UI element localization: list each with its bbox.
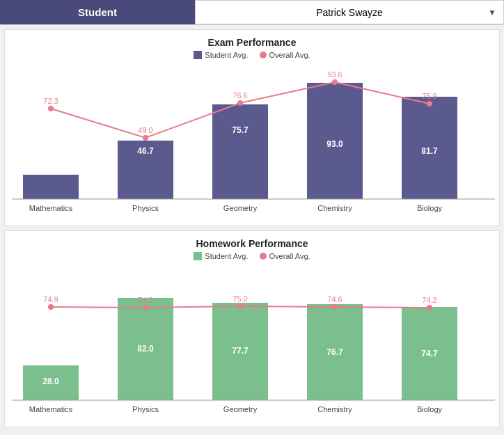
hw-overall-legend-dot <box>260 253 267 260</box>
hw-dot-geometry <box>237 303 243 309</box>
exam-performance-chart: Exam Performance Student Avg. Overall Av… <box>4 29 500 226</box>
hw-overall-chemistry: 74.6 <box>327 295 342 303</box>
hw-dot-biology <box>427 305 432 310</box>
hw-chart-area: 28.0 82.0 77.7 76.7 74.7 <box>12 264 492 425</box>
exam-student-legend-label: Student Avg. <box>205 51 248 59</box>
exam-chart-svg: 19.3 46.7 75.7 93.0 81.7 <box>12 63 495 223</box>
hw-val-chemistry: 76.7 <box>326 347 343 357</box>
hw-val-biology: 74.7 <box>421 349 438 358</box>
exam-bar-geometry <box>212 104 268 199</box>
exam-subject-geometry: Geometry <box>223 204 258 212</box>
hw-dot-chemistry <box>332 304 338 310</box>
exam-subject-math: Mathematics <box>29 204 73 212</box>
hw-student-legend: Student Avg. <box>194 252 248 260</box>
hw-subject-biology: Biology <box>417 405 443 413</box>
exam-val-geometry: 75.7 <box>232 125 249 135</box>
hw-chart-svg: 28.0 82.0 77.7 76.7 74.7 <box>12 264 495 425</box>
hw-chart-title: Homework Performance <box>12 238 492 249</box>
exam-chart-legend: Student Avg. Overall Avg. <box>12 51 492 59</box>
hw-overall-geometry: 75.0 <box>233 294 247 303</box>
hw-val-physics: 82.0 <box>137 344 154 354</box>
exam-subject-physics: Physics <box>132 204 159 212</box>
exam-val-biology: 81.7 <box>421 146 438 156</box>
header: Student Patrick Swayze ▼ <box>0 0 504 25</box>
hw-chart-legend: Student Avg. Overall Avg. <box>12 252 492 260</box>
exam-overall-chemistry: 93.6 <box>327 70 342 79</box>
hw-student-legend-label: Student Avg. <box>205 252 248 260</box>
exam-overall-geometry: 76.6 <box>233 91 247 100</box>
exam-chart-title: Exam Performance <box>12 37 492 48</box>
hw-subject-physics: Physics <box>132 405 159 413</box>
exam-student-legend: Student Avg. <box>194 51 248 59</box>
exam-subject-biology: Biology <box>417 204 443 212</box>
exam-overall-physics: 49.0 <box>138 126 152 134</box>
exam-val-math: 19.3 <box>42 164 59 173</box>
exam-overall-legend: Overall Avg. <box>260 51 310 59</box>
hw-val-math: 28.0 <box>42 377 59 386</box>
exam-chart-area: 19.3 46.7 75.7 93.0 81.7 <box>12 63 492 223</box>
hw-subject-geometry: Geometry <box>223 405 258 413</box>
exam-overall-math: 72.3 <box>43 97 58 105</box>
exam-bar-math-static <box>23 175 79 199</box>
hw-overall-legend-label: Overall Avg. <box>269 252 310 260</box>
exam-overall-biology: 75.9 <box>422 92 436 100</box>
exam-dot-math <box>48 106 54 111</box>
hw-subject-chemistry: Chemistry <box>317 405 352 413</box>
hw-student-legend-box <box>194 252 202 260</box>
exam-val-chemistry: 93.0 <box>326 139 343 149</box>
exam-dot-chemistry <box>332 79 338 85</box>
exam-overall-legend-label: Overall Avg. <box>269 51 310 59</box>
student-select-wrap[interactable]: Patrick Swayze ▼ <box>195 0 504 24</box>
hw-dot-math <box>48 304 54 310</box>
hw-overall-biology: 74.2 <box>422 296 436 304</box>
hw-overall-math: 74.9 <box>43 295 58 303</box>
student-label: Student <box>0 0 195 24</box>
exam-overall-legend-dot <box>260 52 267 58</box>
homework-performance-chart: Homework Performance Student Avg. Overal… <box>4 230 500 427</box>
exam-dot-geometry <box>237 100 243 106</box>
hw-overall-legend: Overall Avg. <box>260 252 310 260</box>
hw-dot-physics <box>143 305 148 310</box>
exam-dot-physics <box>143 135 148 141</box>
exam-val-physics: 46.7 <box>137 146 154 156</box>
hw-subject-math: Mathematics <box>29 405 73 413</box>
hw-val-geometry: 77.7 <box>232 346 249 356</box>
exam-dot-biology <box>427 101 432 106</box>
student-dropdown[interactable]: Patrick Swayze <box>203 7 496 18</box>
exam-student-legend-box <box>194 51 202 59</box>
exam-subject-chemistry: Chemistry <box>317 204 352 212</box>
hw-overall-physics: 74.2 <box>138 296 152 304</box>
